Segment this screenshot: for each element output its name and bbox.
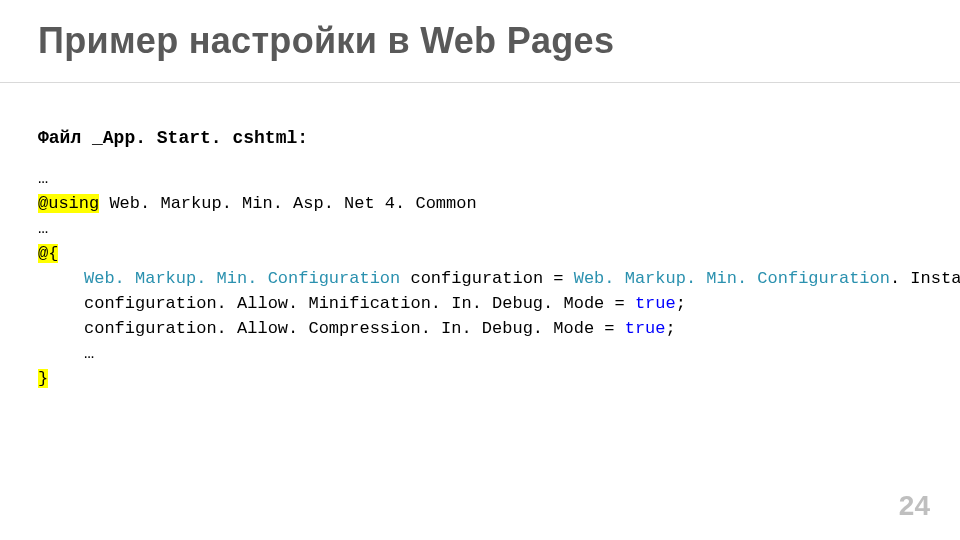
slide: Пример настройки в Web Pages Файл _App. … (0, 0, 960, 540)
code-true-2: true (625, 319, 666, 338)
file-label: Файл _App. Start. cshtml: (38, 128, 308, 148)
code-block: … @using Web. Markup. Min. Asp. Net 4. C… (38, 166, 960, 391)
code-at-using: @using (38, 194, 99, 213)
code-line1-end: . Instance; (890, 269, 960, 288)
code-true-1: true (635, 294, 676, 313)
slide-title: Пример настройки в Web Pages (38, 20, 614, 62)
title-divider (0, 82, 960, 83)
code-line1-mid: configuration = (400, 269, 573, 288)
code-line-ellipsis-3: … (84, 344, 94, 363)
code-semicolon-1: ; (676, 294, 686, 313)
code-semicolon-2: ; (666, 319, 676, 338)
code-line-ellipsis-1: … (38, 169, 48, 188)
page-number: 24 (899, 490, 930, 522)
code-type-2: Web. Markup. Min. Configuration (574, 269, 890, 288)
code-line2-a: configuration. Allow. Minification. In. … (84, 294, 635, 313)
code-line-ellipsis-2: … (38, 219, 48, 238)
code-using-rest: Web. Markup. Min. Asp. Net 4. Common (99, 194, 476, 213)
code-type-1: Web. Markup. Min. Configuration (84, 269, 400, 288)
code-at-open: @{ (38, 244, 58, 263)
code-line3-a: configuration. Allow. Compression. In. D… (84, 319, 625, 338)
code-close-brace: } (38, 369, 48, 388)
